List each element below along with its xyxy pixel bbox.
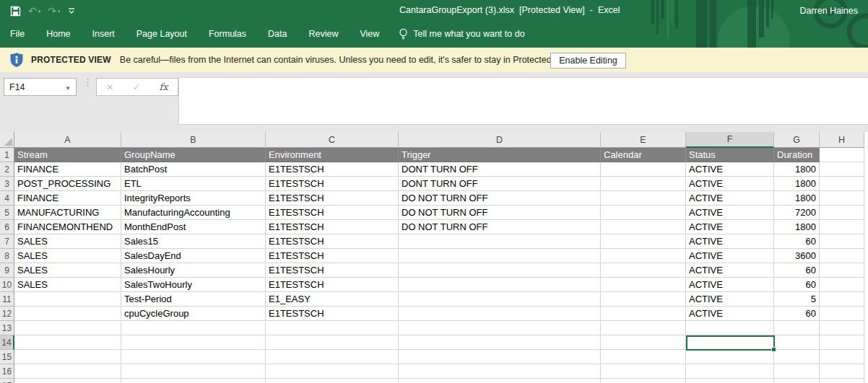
cell-H16[interactable] [820,364,864,379]
row-header-17[interactable]: 17 [0,379,14,383]
cell-C9[interactable]: E1TESTSCH [266,263,399,278]
cell-H8[interactable] [820,249,864,263]
cell-C14[interactable] [266,335,399,350]
cell-A6[interactable]: FINANCEMONTHEND [14,220,121,234]
name-box[interactable]: F14 ▼ [4,78,77,96]
select-all-corner[interactable] [0,132,14,148]
row-header-6[interactable]: 6 [0,220,14,234]
cell-C3[interactable]: E1TESTSCH [266,177,399,191]
redo-button[interactable]: ↷▾ [48,6,60,16]
cell-D10[interactable] [399,278,601,292]
cell-E1[interactable]: Calendar [601,148,686,162]
cell-E14[interactable] [601,335,686,350]
tab-file[interactable]: File [0,25,35,43]
cell-C15[interactable] [266,350,399,364]
tab-home[interactable]: Home [35,25,81,43]
cell-G14[interactable] [774,335,820,350]
cell-B7[interactable]: Sales15 [121,234,266,249]
cell-A11[interactable] [14,292,121,307]
cell-H3[interactable] [820,177,864,191]
cell-A13[interactable] [14,321,121,335]
row-header-3[interactable]: 3 [0,177,14,191]
cell-E16[interactable] [601,364,686,379]
cell-H13[interactable] [820,321,864,335]
cell-E3[interactable] [601,177,686,191]
cell-G1[interactable]: Duration [774,148,820,162]
cell-A14[interactable] [14,335,121,350]
cell-F9[interactable]: ACTIVE [686,263,774,278]
cell-D17[interactable] [399,379,601,383]
cell-B17[interactable] [121,379,266,383]
row-header-4[interactable]: 4 [0,191,14,206]
undo-dropdown-icon[interactable]: ▾ [38,9,41,14]
cell-E12[interactable] [601,307,686,321]
cell-C17[interactable] [266,379,399,383]
cell-C16[interactable] [266,364,399,379]
cell-B11[interactable]: Test-Period [121,292,266,307]
cell-B5[interactable]: ManufacturingAccounting [121,206,266,220]
column-header-D[interactable]: D [399,132,601,148]
cell-D3[interactable]: DONT TURN OFF [399,177,601,191]
insert-function-icon[interactable]: fx [160,82,168,92]
cell-H7[interactable] [820,234,864,249]
cell-F10[interactable]: ACTIVE [686,278,774,292]
cell-G15[interactable] [774,350,820,364]
cell-D1[interactable]: Trigger [399,148,601,162]
cell-D16[interactable] [399,364,601,379]
cell-D5[interactable]: DO NOT TURN OFF [399,206,601,220]
cell-H10[interactable] [820,278,864,292]
cell-D6[interactable]: DO NOT TURN OFF [399,220,601,234]
cell-A4[interactable]: FINANCE [14,191,121,206]
cell-A7[interactable]: SALES [14,234,121,249]
cell-G17[interactable] [774,379,820,383]
cell-B1[interactable]: GroupName [121,148,266,162]
cancel-icon[interactable]: ✕ [106,82,113,92]
cell-H1[interactable] [820,148,864,162]
cell-F3[interactable]: ACTIVE [686,177,774,191]
cell-A9[interactable]: SALES [14,263,121,278]
cell-H17[interactable] [820,379,864,383]
cell-C5[interactable]: E1TESTSCH [266,206,399,220]
signed-in-user[interactable]: Darren Haines [799,6,858,16]
cell-F14[interactable] [686,335,774,350]
cell-E10[interactable] [601,278,686,292]
cell-B15[interactable] [121,350,266,364]
cell-A12[interactable] [14,307,121,321]
tab-view[interactable]: View [349,25,390,43]
row-header-7[interactable]: 7 [0,234,14,249]
row-header-12[interactable]: 12 [0,307,14,321]
column-header-B[interactable]: B [121,132,266,148]
cell-C12[interactable]: E1TESTSCH [266,307,399,321]
cell-C6[interactable]: E1TESTSCH [266,220,399,234]
tab-formulas[interactable]: Formulas [198,25,257,43]
cell-G2[interactable]: 1800 [774,162,820,177]
cell-B4[interactable]: IntegrityReports [121,191,266,206]
cell-C11[interactable]: E1_EASY [266,292,399,307]
cell-E2[interactable] [601,162,686,177]
cell-D12[interactable] [399,307,601,321]
column-header-G[interactable]: G [774,132,820,148]
cell-A3[interactable]: POST_PROCESSING [14,177,121,191]
cell-B6[interactable]: MonthEndPost [121,220,266,234]
cell-G5[interactable]: 7200 [774,206,820,220]
cell-C1[interactable]: Environment [266,148,399,162]
cell-H5[interactable] [820,206,864,220]
cell-C10[interactable]: E1TESTSCH [266,278,399,292]
row-header-8[interactable]: 8 [0,249,14,263]
row-header-11[interactable]: 11 [0,292,14,307]
cell-C7[interactable]: E1TESTSCH [266,234,399,249]
cell-B13[interactable] [121,321,266,335]
column-header-E[interactable]: E [601,132,686,148]
cell-G13[interactable] [774,321,820,335]
column-header-A[interactable]: A [14,132,121,148]
cell-D8[interactable] [399,249,601,263]
cell-E4[interactable] [601,191,686,206]
cell-D13[interactable] [399,321,601,335]
cell-D2[interactable]: DONT TURN OFF [399,162,601,177]
cell-A16[interactable] [14,364,121,379]
cell-F4[interactable]: ACTIVE [686,191,774,206]
cell-G9[interactable]: 60 [774,263,820,278]
cell-F15[interactable] [686,350,774,364]
tab-page-layout[interactable]: Page Layout [126,25,198,43]
tab-insert[interactable]: Insert [82,25,126,43]
